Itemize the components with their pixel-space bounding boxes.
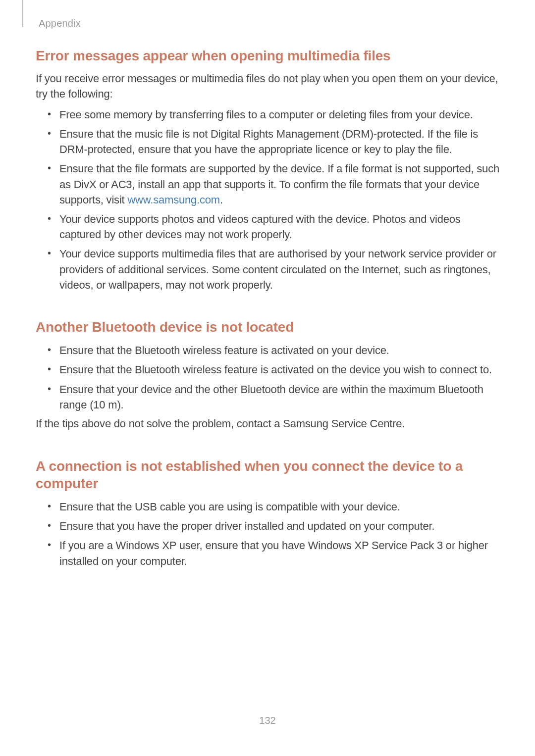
list-item: Ensure that the Bluetooth wireless featu… <box>51 362 499 377</box>
list-item-text: . <box>220 194 223 206</box>
page-body: Error messages appear when opening multi… <box>0 0 535 569</box>
heading-bluetooth: Another Bluetooth device is not located <box>36 318 499 336</box>
page-number: 132 <box>0 715 535 726</box>
intro-multimedia: If you receive error messages or multime… <box>36 71 499 102</box>
list-item: Ensure that the USB cable you are using … <box>51 499 499 514</box>
list-item: Your device supports photos and videos c… <box>51 211 499 242</box>
list-item: Ensure that the music file is not Digita… <box>51 126 499 157</box>
bullet-list: Free some memory by transferring files t… <box>36 107 499 293</box>
section-bluetooth: Another Bluetooth device is not located … <box>36 318 499 432</box>
section-usb-connection: A connection is not established when you… <box>36 457 499 569</box>
list-item: Free some memory by transferring files t… <box>51 107 499 122</box>
header-section-label: Appendix <box>39 18 81 29</box>
list-item: Ensure that the Bluetooth wireless featu… <box>51 343 499 358</box>
list-item: Your device supports multimedia files th… <box>51 246 499 293</box>
list-item: If you are a Windows XP user, ensure tha… <box>51 538 499 568</box>
samsung-link[interactable]: www.samsung.com <box>127 194 220 206</box>
bullet-list: Ensure that the USB cable you are using … <box>36 499 499 569</box>
header-rule <box>22 0 23 27</box>
list-item: Ensure that the file formats are support… <box>51 161 499 207</box>
list-item-text: Ensure that the file formats are support… <box>59 162 499 205</box>
bullet-list: Ensure that the Bluetooth wireless featu… <box>36 343 499 412</box>
heading-usb-connection: A connection is not established when you… <box>36 457 499 492</box>
heading-multimedia-errors: Error messages appear when opening multi… <box>36 47 499 64</box>
section-multimedia-errors: Error messages appear when opening multi… <box>36 47 499 293</box>
outro-bluetooth: If the tips above do not solve the probl… <box>36 416 499 432</box>
list-item: Ensure that your device and the other Bl… <box>51 382 499 412</box>
list-item: Ensure that you have the proper driver i… <box>51 518 499 534</box>
